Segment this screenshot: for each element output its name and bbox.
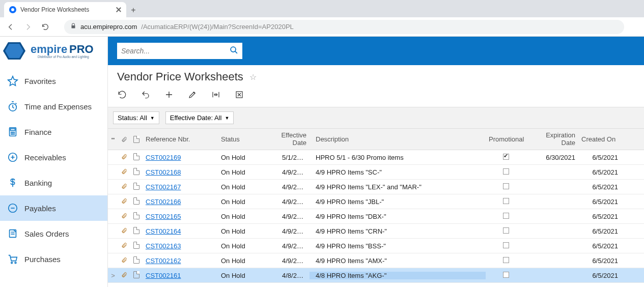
- note-icon[interactable]: [130, 212, 143, 221]
- promotional-checkbox[interactable]: [503, 168, 509, 175]
- undo-button[interactable]: [141, 90, 151, 100]
- col-expiration-date[interactable]: ExpirationDate: [526, 132, 578, 147]
- col-description[interactable]: Description: [310, 135, 486, 143]
- table-row[interactable]: CST002167On Hold4/9/20214/9 HPRO Items "…: [108, 180, 644, 194]
- table-row[interactable]: CST002165On Hold4/9/20214/9 HPRO Items "…: [108, 209, 644, 224]
- note-icon[interactable]: [130, 242, 143, 250]
- svg-point-10: [12, 134, 13, 134]
- attachment-icon[interactable]: [118, 256, 130, 265]
- back-button[interactable]: [6, 22, 15, 32]
- reference-link[interactable]: CST002163: [146, 242, 181, 250]
- sidebar-item-finance[interactable]: Finance: [0, 119, 107, 145]
- new-tab-button[interactable]: +: [126, 3, 141, 17]
- export-excel-button[interactable]: [234, 90, 244, 100]
- fit-columns-button[interactable]: [211, 90, 221, 100]
- sidebar-item-banking[interactable]: Banking: [0, 170, 107, 195]
- col-status[interactable]: Status: [218, 135, 279, 143]
- promotional-checkbox[interactable]: [503, 154, 509, 160]
- sidebar-item-label: Payables: [24, 204, 56, 213]
- attachment-icon[interactable]: [118, 227, 130, 236]
- svg-rect-5: [10, 129, 15, 131]
- promotional-checkbox[interactable]: [503, 242, 509, 248]
- col-reference-nbr[interactable]: Reference Nbr.: [143, 135, 218, 143]
- table-row[interactable]: CST002169On Hold5/1/2021HPRO 5/1 - 6/30 …: [108, 150, 644, 165]
- note-icon[interactable]: [130, 197, 143, 206]
- col-created-on[interactable]: Created On: [578, 135, 624, 143]
- promotional-checkbox[interactable]: [503, 198, 509, 204]
- reference-link[interactable]: CST002168: [146, 168, 181, 176]
- table-row[interactable]: CST002162On Hold4/9/20214/9 HPRO Items "…: [108, 253, 644, 268]
- promotional-checkbox[interactable]: [503, 227, 509, 234]
- attachment-icon[interactable]: [118, 153, 130, 162]
- attachment-icon[interactable]: [118, 183, 130, 191]
- note-icon[interactable]: [130, 168, 143, 177]
- filter-effective-date[interactable]: Effective Date: All▼: [165, 111, 234, 124]
- reference-link[interactable]: CST002165: [146, 213, 181, 220]
- svg-text:Distributor of Pro Audio and L: Distributor of Pro Audio and Lighting: [38, 55, 89, 59]
- grid-body: CST002169On Hold5/1/2021HPRO 5/1 - 6/30 …: [108, 150, 644, 283]
- reference-link[interactable]: CST002169: [146, 154, 181, 161]
- col-attachments[interactable]: [118, 136, 130, 143]
- url-box[interactable]: acu.empirepro.com/AcumaticaERP/(W(24))/M…: [64, 20, 624, 34]
- promotional-checkbox[interactable]: [503, 257, 509, 263]
- col-row-selector[interactable]: [108, 137, 118, 142]
- promotional-checkbox[interactable]: [503, 213, 509, 219]
- page-title: Vendor Price Worksheets: [117, 70, 243, 83]
- reference-link[interactable]: CST002162: [146, 257, 181, 265]
- attachment-icon[interactable]: [118, 212, 130, 221]
- note-icon[interactable]: [130, 271, 143, 280]
- search-icon[interactable]: [230, 46, 238, 56]
- attachment-icon[interactable]: [118, 271, 130, 280]
- forward-button[interactable]: [23, 22, 33, 32]
- table-row[interactable]: >CST002161On Hold4/8/20214/8 HPRO Items …: [108, 268, 644, 283]
- attachment-icon[interactable]: [118, 197, 130, 206]
- app: empire PRO Distributor of Pro Audio and …: [0, 37, 644, 287]
- table-row[interactable]: CST002163On Hold4/9/20214/9 HPRO Items "…: [108, 239, 644, 253]
- col-effective-date[interactable]: EffectiveDate: [279, 132, 310, 147]
- note-icon[interactable]: [130, 183, 143, 191]
- table-row[interactable]: CST002164On Hold4/9/20214/9 HPRO Items "…: [108, 224, 644, 239]
- reference-link[interactable]: CST002164: [146, 227, 181, 235]
- browser-tab[interactable]: Vendor Price Worksheets: [4, 2, 126, 17]
- note-icon[interactable]: [130, 153, 143, 162]
- reference-link[interactable]: CST002167: [146, 183, 181, 191]
- reference-link[interactable]: CST002166: [146, 198, 181, 206]
- sidebar-item-time-and-expenses[interactable]: Time and Expenses: [0, 94, 107, 119]
- reference-link[interactable]: CST002161: [146, 272, 181, 279]
- close-tab-icon[interactable]: [116, 7, 121, 12]
- cell-reference-nbr: CST002165: [143, 213, 218, 220]
- svg-rect-19: [111, 138, 113, 139]
- sidebar-item-sales-orders[interactable]: Sales Orders: [0, 221, 107, 246]
- cell-reference-nbr: CST002166: [143, 198, 218, 206]
- table-row[interactable]: CST002168On Hold4/9/20214/9 HPRO Items "…: [108, 165, 644, 180]
- table-row[interactable]: CST002166On Hold4/9/20214/9 HPRO Items "…: [108, 194, 644, 209]
- sidebar-item-payables[interactable]: Payables: [0, 195, 107, 221]
- search-input[interactable]: [121, 47, 230, 55]
- attachment-icon[interactable]: [118, 242, 130, 250]
- svg-point-16: [15, 262, 16, 264]
- sidebar-item-favorites[interactable]: Favorites: [0, 68, 107, 94]
- sidebar-item-receivables[interactable]: Receivables: [0, 145, 107, 170]
- sidebar-item-purchases[interactable]: Purchases: [0, 246, 107, 272]
- cell-description: 4/9 HPRO Items "LEX-" and "MAR-": [310, 183, 486, 191]
- promotional-checkbox[interactable]: [503, 183, 509, 189]
- filter-status[interactable]: Status: All▼: [113, 111, 159, 124]
- svg-point-11: [14, 134, 14, 134]
- cell-reference-nbr: CST002163: [143, 242, 218, 250]
- svg-point-9: [11, 134, 12, 134]
- promotional-checkbox[interactable]: [503, 272, 509, 278]
- note-icon: [7, 228, 18, 239]
- cell-effective-date: 4/9/2021: [279, 242, 310, 250]
- reload-button[interactable]: [41, 22, 50, 32]
- refresh-button[interactable]: [117, 90, 127, 100]
- new-button[interactable]: [164, 90, 174, 100]
- favorite-star-icon[interactable]: ☆: [249, 72, 257, 82]
- attachment-icon[interactable]: [118, 168, 130, 177]
- note-icon[interactable]: [130, 227, 143, 236]
- col-promotional[interactable]: Promotional: [486, 135, 526, 143]
- cell-status: On Hold: [218, 242, 279, 250]
- edit-button[interactable]: [187, 90, 198, 100]
- global-search[interactable]: [117, 43, 242, 59]
- col-notes[interactable]: [130, 136, 143, 143]
- note-icon[interactable]: [130, 256, 143, 265]
